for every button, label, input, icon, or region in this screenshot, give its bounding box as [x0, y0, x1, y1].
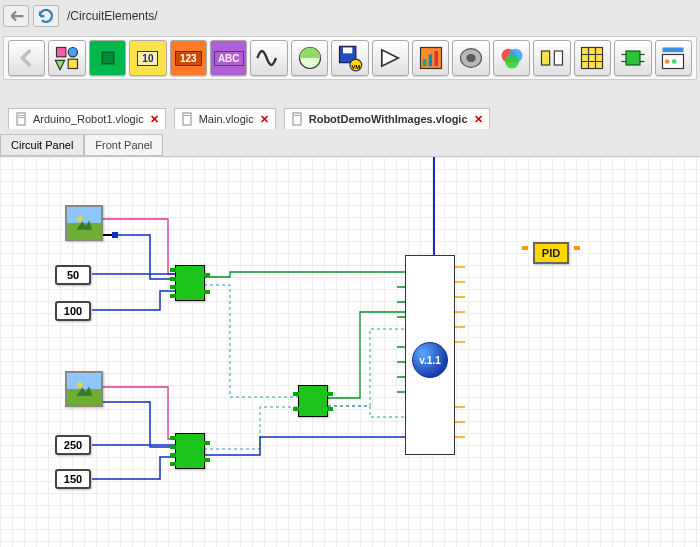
component-tool[interactable] — [614, 40, 651, 76]
tab-circuit-panel[interactable]: Circuit Panel — [0, 134, 84, 156]
integer-tool-label: 10 — [137, 51, 158, 66]
tab-label: RobotDemoWithImages.vlogic — [309, 113, 468, 125]
tab-robot-demo[interactable]: RobotDemoWithImages.vlogic ✕ — [284, 108, 490, 129]
boolean-tool[interactable] — [89, 40, 126, 76]
function-block-middle[interactable] — [298, 385, 328, 417]
close-icon[interactable]: ✕ — [260, 113, 269, 126]
svg-rect-22 — [582, 48, 603, 69]
svg-marker-43 — [77, 387, 93, 396]
grid-tool[interactable] — [574, 40, 611, 76]
svg-rect-37 — [293, 113, 301, 125]
number-tool[interactable]: 123 — [170, 40, 207, 76]
image-block-upper[interactable] — [65, 205, 103, 241]
svg-rect-21 — [554, 51, 562, 65]
svg-rect-35 — [183, 113, 191, 125]
scope-tool[interactable] — [655, 40, 692, 76]
constant-150[interactable]: 150 — [55, 469, 91, 489]
string-tool[interactable]: ABC — [210, 40, 247, 76]
tab-arduino-robot1[interactable]: Arduino_Robot1.vlogic ✕ — [8, 108, 166, 129]
split-pane-tool[interactable] — [533, 40, 570, 76]
tab-label: Arduino_Robot1.vlogic — [33, 113, 144, 125]
constant-250[interactable]: 250 — [55, 435, 91, 455]
amplifier-tool[interactable] — [372, 40, 409, 76]
document-icon — [15, 112, 29, 126]
function-block-upper[interactable] — [175, 265, 205, 301]
svg-point-42 — [77, 382, 82, 387]
svg-point-31 — [672, 59, 677, 64]
close-icon[interactable]: ✕ — [150, 113, 159, 126]
svg-rect-39 — [112, 232, 118, 238]
svg-text:VM: VM — [351, 64, 360, 70]
path-refresh-button[interactable] — [33, 5, 59, 27]
svg-point-19 — [505, 55, 519, 69]
pid-in-port — [522, 246, 528, 250]
svg-rect-3 — [68, 59, 77, 68]
number-tool-label: 123 — [175, 51, 202, 66]
svg-rect-0 — [57, 48, 66, 57]
file-tabs: Arduino_Robot1.vlogic ✕ Main.vlogic ✕ Ro… — [8, 108, 490, 129]
shapes-tool[interactable] — [48, 40, 85, 76]
constant-100[interactable]: 100 — [55, 301, 91, 321]
tab-front-panel[interactable]: Front Panel — [84, 134, 163, 156]
sine-tool[interactable] — [250, 40, 287, 76]
toolbar: 10 123 ABC VM — [3, 36, 697, 80]
svg-rect-28 — [663, 48, 684, 53]
svg-rect-33 — [18, 115, 24, 116]
sound-tool[interactable] — [452, 40, 489, 76]
svg-rect-36 — [184, 115, 190, 116]
picture-icon — [74, 213, 94, 233]
svg-point-40 — [77, 216, 82, 221]
close-icon[interactable]: ✕ — [474, 113, 483, 126]
svg-point-30 — [665, 59, 670, 64]
constant-50[interactable]: 50 — [55, 265, 91, 285]
pid-out-port — [574, 246, 580, 250]
svg-rect-14 — [434, 51, 438, 66]
save-vm-tool[interactable]: VM — [331, 40, 368, 76]
color-tool[interactable] — [493, 40, 530, 76]
panel-tabs: Circuit Panel Front Panel — [0, 134, 163, 156]
tab-main[interactable]: Main.vlogic ✕ — [174, 108, 276, 129]
path-back-button[interactable] — [3, 5, 29, 27]
svg-marker-41 — [77, 221, 93, 230]
pid-block-container — [527, 235, 575, 271]
gauge-tool[interactable] — [291, 40, 328, 76]
integer-tool[interactable]: 10 — [129, 40, 166, 76]
document-icon — [181, 112, 195, 126]
svg-rect-32 — [17, 113, 25, 125]
version-badge: v.1.1 — [412, 342, 448, 378]
chart-tool[interactable] — [412, 40, 449, 76]
svg-rect-13 — [428, 55, 432, 67]
back-button[interactable] — [8, 40, 45, 76]
string-tool-label: ABC — [214, 51, 244, 66]
path-bar: /CircuitElements/ — [3, 3, 158, 29]
svg-point-16 — [467, 54, 476, 62]
picture-icon — [74, 379, 94, 399]
svg-rect-38 — [294, 115, 300, 116]
svg-marker-10 — [382, 50, 398, 66]
breadcrumb: /CircuitElements/ — [67, 9, 158, 23]
svg-rect-12 — [423, 59, 427, 66]
svg-point-1 — [68, 48, 77, 57]
function-block-lower[interactable] — [175, 433, 205, 469]
version-badge-label: v.1.1 — [419, 355, 441, 366]
svg-rect-4 — [102, 52, 114, 64]
image-block-lower[interactable] — [65, 371, 103, 407]
svg-rect-23 — [626, 51, 640, 65]
tab-label: Main.vlogic — [199, 113, 254, 125]
svg-rect-20 — [541, 51, 549, 65]
document-icon — [291, 112, 305, 126]
circuit-canvas[interactable]: 50 100 250 150 v.1.1 PID — [0, 156, 700, 547]
svg-rect-7 — [343, 48, 352, 54]
svg-rect-34 — [18, 117, 24, 118]
svg-marker-2 — [55, 60, 64, 69]
